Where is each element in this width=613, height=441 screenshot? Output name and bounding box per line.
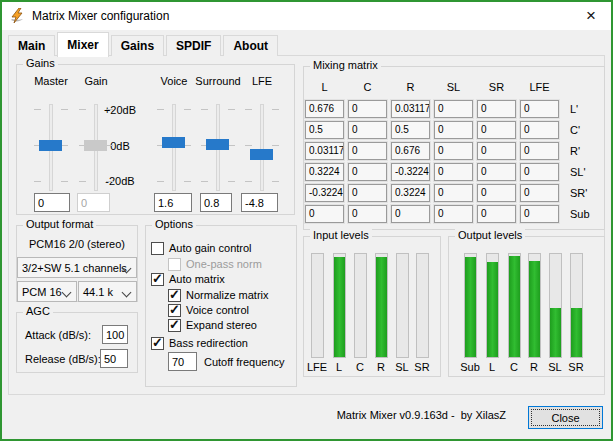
matrix-cell[interactable]: 0.5	[391, 121, 430, 139]
bass-redirection-checkbox[interactable]: Bass redirection	[151, 336, 248, 350]
matrix-cell[interactable]: 0.3224	[391, 184, 430, 202]
close-button[interactable]: Close	[528, 406, 603, 429]
matrix-cell[interactable]: 0	[305, 205, 344, 223]
matrix-cell[interactable]: 0	[477, 205, 516, 223]
matrix-cell[interactable]: 0	[520, 142, 559, 160]
matrix-cell[interactable]: 0	[477, 142, 516, 160]
output-levels-group: Output levels Sub L C R SL SR	[448, 236, 605, 377]
checkbox-icon[interactable]	[151, 273, 164, 286]
master-slider-thumb[interactable]	[39, 140, 62, 151]
matrix-cell[interactable]: 0	[434, 205, 473, 223]
matrix-cell[interactable]: 0	[434, 100, 473, 118]
matrix-cell[interactable]: 0	[434, 142, 473, 160]
meter-label: SR	[409, 361, 435, 373]
tab-spdif[interactable]: SPDIF	[166, 35, 221, 56]
mixing-matrix-group: Mixing matrix L C R SL SR LFE 0.676 0 0.…	[303, 66, 605, 230]
checkbox-icon[interactable]	[168, 304, 181, 317]
matrix-cell[interactable]: 0	[477, 100, 516, 118]
matrix-cell[interactable]: 0	[348, 184, 387, 202]
matrix-cell[interactable]: 0.676	[391, 142, 430, 160]
voice-slider-thumb[interactable]	[162, 137, 185, 148]
lfe-gain-value[interactable]: -4.8	[241, 193, 278, 212]
matrix-cell[interactable]: 0	[434, 121, 473, 139]
surround-gain-slider[interactable]	[201, 104, 235, 191]
sample-rate-select[interactable]: 44.1 k	[78, 281, 137, 302]
matrix-cell[interactable]: 0	[520, 205, 559, 223]
matrix-cell[interactable]: 0.03117	[305, 142, 344, 160]
release-label: Release (dB/s):	[25, 353, 101, 365]
matrix-cell[interactable]: 0	[520, 121, 559, 139]
gain-slider-thumb	[84, 140, 107, 151]
matrix-cell[interactable]: 0	[477, 163, 516, 181]
matrix-cell[interactable]: 0	[391, 205, 430, 223]
window-title: Matrix Mixer configuration	[32, 2, 169, 30]
sample-format-select[interactable]: PCM 16	[17, 281, 77, 302]
matrix-col-header: LFE	[520, 79, 559, 97]
master-gain-slider[interactable]	[34, 104, 68, 191]
matrix-cell[interactable]: 0	[477, 121, 516, 139]
matrix-cell[interactable]: 0.03117	[391, 100, 430, 118]
output-meter-sl	[549, 253, 562, 358]
checkbox-icon[interactable]	[168, 289, 181, 302]
output-meter-l	[486, 253, 499, 358]
checkbox-icon[interactable]	[151, 242, 164, 255]
gains-group-title: Gains	[23, 57, 58, 69]
tab-bar: Main Mixer Gains SPDIF About	[8, 32, 280, 56]
normalize-matrix-checkbox[interactable]: Normalize matrix	[168, 288, 269, 302]
cutoff-frequency-label: Cutoff frequency	[204, 356, 285, 368]
matrix-cell[interactable]: 0	[520, 184, 559, 202]
attack-input[interactable]: 100	[102, 325, 128, 344]
matrix-cell[interactable]: -0.3224	[391, 163, 430, 181]
output-levels-title: Output levels	[455, 229, 525, 241]
matrix-mixer-window: Matrix Mixer configuration × Main Mixer …	[0, 0, 613, 441]
surround-slider-thumb[interactable]	[206, 139, 229, 150]
auto-matrix-checkbox[interactable]: Auto matrix	[151, 272, 225, 286]
checkbox-icon[interactable]	[168, 319, 181, 332]
tab-about[interactable]: About	[223, 35, 278, 56]
matrix-cell[interactable]: 0	[520, 100, 559, 118]
meter-fill	[529, 261, 540, 357]
checkbox-icon	[168, 258, 181, 271]
cutoff-frequency-input[interactable]: 70	[168, 352, 197, 371]
matrix-cell[interactable]: 0	[520, 163, 559, 181]
gain-slider	[79, 104, 113, 191]
speaker-layout-select[interactable]: 3/2+SW 5.1 channels	[17, 257, 137, 278]
matrix-cell[interactable]: 0	[348, 121, 387, 139]
auto-gain-control-checkbox[interactable]: Auto gain control	[151, 241, 252, 255]
matrix-cell[interactable]: 0.676	[305, 100, 344, 118]
matrix-cell[interactable]: 0	[434, 184, 473, 202]
master-gain-value[interactable]: 0	[34, 193, 70, 212]
matrix-cell[interactable]: 0	[348, 142, 387, 160]
matrix-cell[interactable]: 0.3224	[305, 163, 344, 181]
voice-gain-value[interactable]: 1.6	[154, 193, 192, 212]
agc-group: AGC Attack (dB/s): 100 Release (dB/s): 5…	[16, 312, 138, 373]
surround-gain-value[interactable]: 0.8	[200, 193, 232, 212]
matrix-cell[interactable]: -0.3224	[305, 184, 344, 202]
one-pass-norm-checkbox: One-pass norm	[168, 257, 262, 271]
tab-mixer[interactable]: Mixer	[57, 32, 108, 57]
expand-stereo-checkbox[interactable]: Expand stereo	[168, 318, 257, 332]
sample-rate-value: 44.1 k	[83, 286, 113, 298]
matrix-cell[interactable]: 0	[348, 205, 387, 223]
lfe-gain-slider[interactable]	[245, 104, 279, 191]
tab-main[interactable]: Main	[8, 35, 55, 56]
matrix-cell[interactable]: 0.5	[305, 121, 344, 139]
matrix-cell[interactable]: 0	[477, 184, 516, 202]
matrix-cell[interactable]: 0	[348, 100, 387, 118]
checkbox-icon[interactable]	[151, 337, 164, 350]
lfe-slider-thumb[interactable]	[250, 149, 273, 160]
matrix-row-label: C'	[563, 121, 603, 139]
voice-control-checkbox[interactable]: Voice control	[168, 303, 249, 317]
app-lightning-icon	[9, 8, 25, 24]
meter-fill	[334, 257, 345, 357]
matrix-cell[interactable]: 0	[434, 163, 473, 181]
tab-gains[interactable]: Gains	[111, 35, 164, 56]
gain-value: 0	[77, 193, 110, 212]
slider-track	[260, 104, 264, 191]
voice-gain-slider[interactable]	[157, 104, 191, 191]
window-close-icon[interactable]: ×	[576, 6, 606, 26]
matrix-cell[interactable]: 0	[348, 163, 387, 181]
matrix-row-label: Sub	[563, 205, 603, 223]
output-meter-r	[528, 253, 541, 358]
release-input[interactable]: 50	[100, 349, 128, 368]
